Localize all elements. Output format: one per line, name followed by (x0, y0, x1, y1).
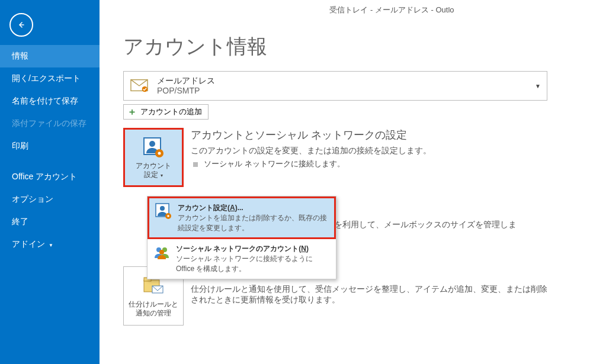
dropdown-item-sub: ソーシャル ネットワークに接続するように Office を構成します。 (176, 254, 330, 274)
chevron-down-icon: ▼ (535, 83, 541, 89)
arrow-left-icon (16, 20, 27, 30)
sidebar-item-save-attachments: 添付ファイルの保存 (0, 112, 100, 135)
sidebar-item-info[interactable]: 情報 (0, 45, 100, 67)
backstage-main: アカウント情報 メールアドレス POP/SMTP ▼ ＋ アカウントの追加 (100, 0, 606, 364)
dropdown-item-sub: アカウントを追加または削除するか、既存の接続設定を変更します。 (178, 213, 328, 233)
section-account-settings: アカウント 設定 ▾ アカウントとソーシャル ネットワークの設定 このアカウント… (123, 128, 547, 187)
account-settings-tile-label: アカウント 設定 ▾ (136, 162, 171, 179)
plus-icon: ＋ (127, 107, 137, 117)
sidebar-item-print[interactable]: 印刷 (0, 135, 100, 157)
add-account-button[interactable]: ＋ アカウントの追加 (123, 104, 209, 120)
account-address: メールアドレス (157, 76, 542, 86)
backstage-sidebar: 情報 開く/エクスポート 名前を付けて保存 添付ファイルの保存 印刷 Offic… (0, 0, 100, 364)
add-account-label: アカウントの追加 (140, 107, 202, 117)
chevron-down-icon: ▾ (159, 173, 163, 178)
bullet-text: ソーシャル ネットワークに接続します。 (204, 159, 345, 169)
person-gear-icon (142, 136, 165, 159)
section-desc: 仕分けルールと通知を使用して、受信メッセージを整理し、アイテムが追加、変更、また… (191, 284, 547, 305)
svg-point-3 (149, 141, 155, 147)
back-button[interactable] (9, 13, 33, 37)
section-heading: アカウントとソーシャル ネットワークの設定 (191, 128, 547, 142)
sidebar-item-addins[interactable]: アドイン ▼ (0, 233, 100, 256)
sidebar-item-open-export[interactable]: 開く/エクスポート (0, 67, 100, 90)
dropdown-item-title: アカウント設定(A)... (178, 203, 328, 213)
chevron-down-icon: ▼ (49, 243, 53, 248)
section-bullet: ソーシャル ネットワークに接続します。 (191, 159, 547, 169)
person-gear-icon (155, 203, 172, 220)
mail-account-icon (129, 75, 150, 96)
dropdown-item-title: ソーシャル ネットワークのアカウント(N) (176, 244, 330, 254)
account-selector[interactable]: メールアドレス POP/SMTP ▼ (123, 71, 547, 101)
svg-point-12 (167, 215, 169, 217)
svg-point-15 (159, 250, 164, 255)
dropdown-item-account-settings[interactable]: アカウント設定(A)... アカウントを追加または削除するか、既存の接続設定を変… (148, 197, 336, 239)
sidebar-item-save-as[interactable]: 名前を付けて保存 (0, 90, 100, 112)
page-title: アカウント情報 (123, 33, 592, 60)
sidebar-item-options[interactable]: オプション (0, 188, 100, 211)
section-desc: このアカウントの設定を変更、または追加の接続を設定します。 (191, 146, 547, 156)
sidebar-item-exit[interactable]: 終了 (0, 211, 100, 233)
people-icon (153, 244, 170, 260)
svg-point-10 (160, 206, 165, 211)
sidebar-item-addins-label: アドイン (12, 239, 45, 249)
account-protocol: POP/SMTP (157, 86, 542, 96)
account-settings-tile[interactable]: アカウント 設定 ▾ (123, 128, 184, 187)
sidebar-item-office-account[interactable]: Office アカウント (0, 166, 100, 188)
rules-alerts-tile-label: 仕分けルールと 通知の管理 (129, 300, 178, 318)
bullet-icon (193, 162, 198, 167)
dropdown-item-social-accounts[interactable]: ソーシャル ネットワークのアカウント(N) ソーシャル ネットワークに接続するよ… (148, 239, 336, 278)
account-settings-dropdown: アカウント設定(A)... アカウントを追加または削除するか、既存の接続設定を変… (147, 196, 336, 279)
svg-point-5 (158, 152, 161, 155)
